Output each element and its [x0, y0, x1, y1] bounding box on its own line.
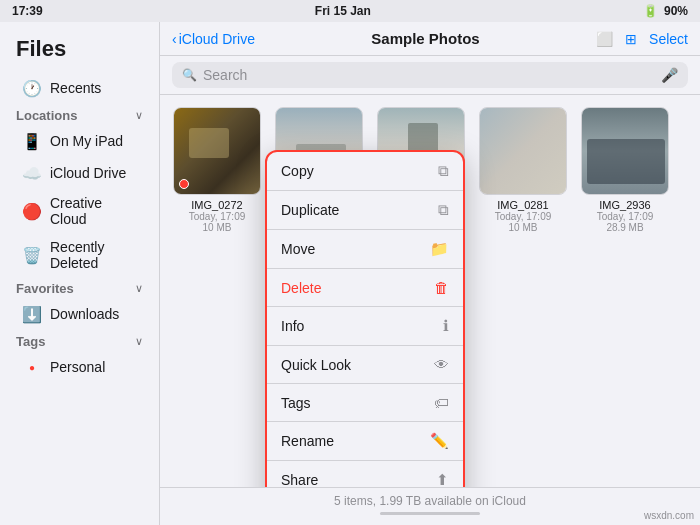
duplicate-label: Duplicate	[281, 202, 339, 218]
tags-label: Tags	[16, 334, 45, 349]
favorites-section-header: Favorites ∨	[0, 277, 159, 298]
cc-icon: 🔴	[22, 201, 42, 221]
toolbar: ‹ iCloud Drive Sample Photos ⬜ ⊞ Select	[160, 22, 700, 56]
tags-section-header: Tags ∨	[0, 330, 159, 351]
context-menu-rename[interactable]: Rename ✏️	[267, 422, 463, 461]
context-menu-tags[interactable]: Tags 🏷	[267, 384, 463, 422]
share-icon: ⬆	[436, 471, 449, 487]
context-menu-move[interactable]: Move 📁	[267, 230, 463, 269]
context-menu: Copy ⧉ Duplicate ⧉ Move 📁 Delete 🗑	[265, 150, 465, 487]
status-day: Fri 15 Jan	[315, 4, 371, 18]
status-time: 17:39	[12, 4, 43, 18]
locations-label: Locations	[16, 108, 77, 123]
locations-section-header: Locations ∨	[0, 104, 159, 125]
icloud-icon: ☁️	[22, 163, 42, 183]
sidebar-item-personal[interactable]: ● Personal	[6, 352, 153, 382]
search-placeholder: Search	[203, 67, 247, 83]
toolbar-actions: ⬜ ⊞ Select	[596, 31, 688, 47]
battery-level: 90%	[664, 4, 688, 18]
quicklook-icon: 👁	[434, 356, 449, 373]
back-label: iCloud Drive	[179, 31, 255, 47]
main-content: ‹ iCloud Drive Sample Photos ⬜ ⊞ Select …	[160, 22, 700, 525]
context-menu-quicklook[interactable]: Quick Look 👁	[267, 346, 463, 384]
new-folder-button[interactable]: ⬜	[596, 31, 613, 47]
status-footer: 5 items, 1.99 TB available on iCloud	[160, 487, 700, 525]
rename-label: Rename	[281, 433, 334, 449]
context-menu-delete[interactable]: Delete 🗑	[267, 269, 463, 307]
info-label: Info	[281, 318, 304, 334]
delete-icon: 🗑	[434, 279, 449, 296]
sidebar-item-cc[interactable]: 🔴 Creative Cloud	[6, 190, 153, 232]
search-icon: 🔍	[182, 68, 197, 82]
back-button[interactable]: ‹ iCloud Drive	[172, 31, 255, 47]
tags-icon: 🏷	[434, 394, 449, 411]
trash-icon: 🗑️	[22, 245, 42, 265]
select-button[interactable]: Select	[649, 31, 688, 47]
ipad-label: On My iPad	[50, 133, 123, 149]
sidebar-item-deleted[interactable]: 🗑️ Recently Deleted	[6, 234, 153, 276]
duplicate-icon: ⧉	[438, 201, 449, 219]
downloads-icon: ⬇️	[22, 304, 42, 324]
mic-icon[interactable]: 🎤	[661, 67, 678, 83]
copy-icon: ⧉	[438, 162, 449, 180]
sidebar-item-downloads[interactable]: ⬇️ Downloads	[6, 299, 153, 329]
search-bar: 🔍 Search 🎤	[160, 56, 700, 95]
app-container: Files 🕐 Recents Locations ∨ 📱 On My iPad…	[0, 22, 700, 525]
ipad-icon: 📱	[22, 131, 42, 151]
context-menu-info[interactable]: Info ℹ	[267, 307, 463, 346]
status-bar: 17:39 Fri 15 Jan 🔋 90%	[0, 0, 700, 22]
context-menu-copy[interactable]: Copy ⧉	[267, 152, 463, 191]
icloud-label: iCloud Drive	[50, 165, 126, 181]
recents-icon: 🕐	[22, 78, 42, 98]
tags-chevron[interactable]: ∨	[135, 335, 143, 348]
move-icon: 📁	[430, 240, 449, 258]
context-menu-overlay: Copy ⧉ Duplicate ⧉ Move 📁 Delete 🗑	[160, 95, 700, 487]
deleted-label: Recently Deleted	[50, 239, 137, 271]
favorites-chevron[interactable]: ∨	[135, 282, 143, 295]
watermark: wsxdn.com	[644, 510, 694, 521]
sidebar: Files 🕐 Recents Locations ∨ 📱 On My iPad…	[0, 22, 160, 525]
scroll-indicator	[380, 512, 480, 515]
info-icon: ℹ	[443, 317, 449, 335]
rename-icon: ✏️	[430, 432, 449, 450]
favorites-label: Favorites	[16, 281, 74, 296]
move-label: Move	[281, 241, 315, 257]
personal-tag-icon: ●	[22, 357, 42, 377]
cc-label: Creative Cloud	[50, 195, 137, 227]
copy-label: Copy	[281, 163, 314, 179]
search-wrapper[interactable]: 🔍 Search 🎤	[172, 62, 688, 88]
context-menu-share[interactable]: Share ⬆	[267, 461, 463, 487]
sidebar-item-ipad[interactable]: 📱 On My iPad	[6, 126, 153, 156]
delete-label: Delete	[281, 280, 321, 296]
sidebar-item-recents[interactable]: 🕐 Recents	[6, 73, 153, 103]
battery-icon: 🔋	[643, 4, 658, 18]
locations-chevron[interactable]: ∨	[135, 109, 143, 122]
grid-view-button[interactable]: ⊞	[625, 31, 637, 47]
personal-label: Personal	[50, 359, 105, 375]
sidebar-recents-label: Recents	[50, 80, 101, 96]
downloads-label: Downloads	[50, 306, 119, 322]
context-menu-duplicate[interactable]: Duplicate ⧉	[267, 191, 463, 230]
footer-status: 5 items, 1.99 TB available on iCloud	[166, 494, 694, 508]
quicklook-label: Quick Look	[281, 357, 351, 373]
toolbar-title: Sample Photos	[263, 30, 588, 47]
tags-label: Tags	[281, 395, 311, 411]
files-grid: IMG_0272 Today, 17:09 10 MB IMG_0274 Tod…	[160, 95, 700, 487]
sidebar-title: Files	[0, 32, 159, 72]
sidebar-item-icloud[interactable]: ☁️ iCloud Drive	[6, 158, 153, 188]
status-right: 🔋 90%	[643, 4, 688, 18]
back-chevron-icon: ‹	[172, 31, 177, 47]
share-label: Share	[281, 472, 318, 487]
